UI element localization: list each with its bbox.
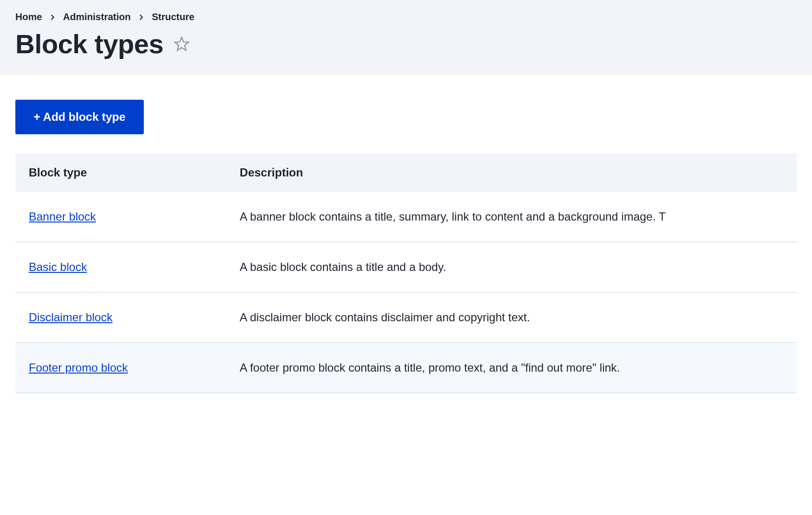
block-type-link[interactable]: Footer promo block (29, 361, 128, 374)
content-region: + Add block type Block type Description … (0, 75, 812, 409)
breadcrumb-item-structure[interactable]: Structure (152, 12, 195, 23)
chevron-right-icon (139, 14, 144, 20)
block-type-link[interactable]: Banner block (29, 210, 96, 223)
page-header: Home Administration Structure Block type… (0, 0, 812, 75)
block-type-description: A footer promo block contains a title, p… (226, 343, 797, 393)
breadcrumb-item-administration[interactable]: Administration (63, 12, 131, 23)
table-row: Basic block A basic block contains a tit… (15, 242, 797, 293)
page-title-row: Block types (15, 28, 797, 59)
table-row: Disclaimer block A disclaimer block cont… (15, 293, 797, 343)
block-types-table: Block type Description Banner block A ba… (15, 153, 797, 393)
add-block-type-button[interactable]: + Add block type (15, 100, 144, 134)
block-type-description: A disclaimer block contains disclaimer a… (226, 293, 797, 343)
table-row: Footer promo block A footer promo block … (15, 343, 797, 393)
breadcrumb-item-home[interactable]: Home (15, 12, 42, 23)
table-header-row: Block type Description (15, 153, 797, 192)
page-title: Block types (15, 28, 163, 59)
block-type-link[interactable]: Disclaimer block (29, 311, 113, 324)
chevron-right-icon (50, 14, 56, 20)
table-row: Banner block A banner block contains a t… (15, 192, 797, 242)
block-type-description: A banner block contains a title, summary… (226, 192, 797, 242)
block-type-link[interactable]: Basic block (29, 260, 87, 273)
breadcrumb: Home Administration Structure (15, 12, 797, 23)
star-icon[interactable] (173, 35, 190, 53)
block-type-description: A basic block contains a title and a bod… (226, 242, 797, 293)
column-header-description: Description (226, 153, 797, 192)
column-header-type: Block type (15, 153, 226, 192)
